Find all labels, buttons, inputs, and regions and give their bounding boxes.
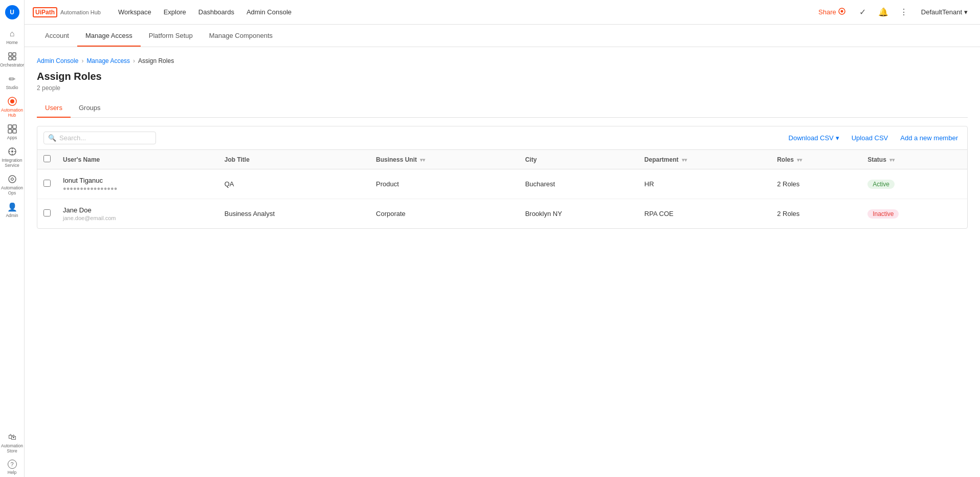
row-checkbox-cell (37, 169, 57, 199)
download-csv-button[interactable]: Download CSV ▾ (786, 132, 842, 144)
cell-user-name: Jane Doe jane.doe@email.com (57, 199, 218, 229)
subnav-tab-manage-components[interactable]: Manage Components (201, 26, 281, 47)
breadcrumb-sep-1: › (81, 57, 83, 64)
header-roles: Roles ▾▾ (771, 150, 861, 169)
inner-tab-users[interactable]: Users (37, 100, 71, 118)
sidebar-item-apps-label: Apps (7, 135, 17, 140)
sidebar-item-automation-store[interactable]: 🛍 Automation Store (0, 428, 24, 456)
sidebar-item-studio-label: Studio (6, 85, 18, 90)
search-box[interactable]: 🔍 (43, 132, 156, 144)
automation-ops-icon (7, 174, 17, 184)
share-button[interactable]: Share (814, 6, 850, 18)
nav-explore[interactable]: Explore (159, 5, 191, 19)
cell-job-title: QA (218, 169, 370, 199)
svg-point-18 (840, 10, 843, 13)
table-body: Ionut Tiganuc ●●●●●●●●●●●●●●●● QA Produc… (37, 169, 967, 229)
subnav-tab-manage-access[interactable]: Manage Access (77, 26, 141, 47)
cell-status: Active (861, 169, 967, 199)
svg-point-5 (10, 99, 14, 103)
cell-status: Inactive (861, 199, 967, 229)
studio-icon: ✏ (7, 74, 17, 84)
subnav-tab-platform-setup[interactable]: Platform Setup (141, 26, 201, 47)
add-member-button[interactable]: Add a new member (897, 132, 961, 144)
table-row: Ionut Tiganuc ●●●●●●●●●●●●●●●● QA Produc… (37, 169, 967, 199)
sidebar-item-apps[interactable]: Apps (0, 120, 24, 142)
breadcrumb-admin-console[interactable]: Admin Console (37, 57, 78, 64)
sidebar-item-orchestrator[interactable]: Orchestrator (0, 47, 24, 70)
logo-subtitle: Automation Hub (60, 9, 101, 15)
filter-roles-icon[interactable]: ▾▾ (797, 157, 802, 163)
filter-status-icon[interactable]: ▾▾ (889, 157, 895, 163)
apps-icon (7, 124, 17, 134)
inner-tab-groups[interactable]: Groups (71, 100, 109, 118)
breadcrumb-assign-roles: Assign Roles (138, 57, 174, 64)
nav-dashboards[interactable]: Dashboards (193, 5, 239, 19)
cell-city: Bucharest (519, 169, 638, 199)
topnav: UiPath Automation Hub Workspace Explore … (25, 0, 980, 25)
header-business-unit: Business Unit ▾▾ (370, 150, 519, 169)
svg-point-16 (9, 176, 16, 183)
check-icon[interactable]: ✓ (856, 5, 870, 19)
cell-roles: 2 Roles (771, 169, 861, 199)
table-container: 🔍 Download CSV ▾ Upload CSV Add a new me… (37, 126, 968, 229)
sidebar-item-home[interactable]: ⌂ Home (0, 25, 24, 47)
subnav-tab-account[interactable]: Account (37, 26, 77, 47)
breadcrumb-sep-2: › (133, 57, 135, 64)
sidebar-item-automation-hub[interactable]: Automation Hub (0, 92, 24, 120)
sidebar-item-home-label: Home (6, 40, 18, 45)
sidebar-item-help[interactable]: ? Help (0, 456, 24, 477)
automation-hub-icon (7, 96, 17, 106)
inner-tabs: Users Groups (37, 100, 968, 118)
row-checkbox-cell (37, 199, 57, 229)
table-toolbar: 🔍 Download CSV ▾ Upload CSV Add a new me… (37, 126, 967, 150)
sidebar-item-automation-ops-label: Automation Ops (0, 185, 24, 196)
cell-department: RPA COE (638, 199, 771, 229)
home-icon: ⌂ (7, 29, 17, 39)
sidebar-item-integration-service[interactable]: Integration Service (0, 142, 24, 170)
filter-department-icon[interactable]: ▾▾ (682, 157, 687, 163)
cell-department: HR (638, 169, 771, 199)
upload-csv-button[interactable]: Upload CSV (849, 132, 892, 144)
table-header-row: User's Name Job Title Business Unit ▾▾ C… (37, 150, 967, 169)
logo-area: UiPath Automation Hub (33, 7, 101, 17)
row-checkbox-1[interactable] (43, 209, 51, 216)
user-avatar[interactable]: U (5, 5, 19, 19)
sidebar-item-automation-ops[interactable]: Automation Ops (0, 170, 24, 198)
sidebar-item-admin[interactable]: 👤 Admin (0, 198, 24, 220)
status-badge: Inactive (867, 209, 899, 219)
cell-roles: 2 Roles (771, 199, 861, 229)
users-table: User's Name Job Title Business Unit ▾▾ C… (37, 150, 967, 228)
header-department: Department ▾▾ (638, 150, 771, 169)
select-all-checkbox[interactable] (43, 155, 51, 162)
svg-rect-0 (9, 53, 12, 56)
sidebar-item-studio[interactable]: ✏ Studio (0, 70, 24, 92)
tenant-label: DefaultTenant (921, 8, 962, 16)
svg-rect-9 (13, 129, 16, 133)
svg-point-11 (11, 150, 13, 153)
status-badge: Active (867, 180, 895, 189)
filter-business-unit-icon[interactable]: ▾▾ (420, 157, 425, 163)
sidebar-item-automation-store-label: Automation Store (0, 443, 24, 453)
admin-icon: 👤 (7, 202, 17, 212)
tenant-button[interactable]: DefaultTenant ▾ (917, 6, 972, 18)
more-options-icon[interactable]: ⋮ (897, 5, 911, 19)
table-row: Jane Doe jane.doe@email.com Business Ana… (37, 199, 967, 229)
sidebar-item-admin-label: Admin (6, 213, 18, 218)
nav-admin-console[interactable]: Admin Console (241, 5, 297, 19)
search-input[interactable] (59, 134, 151, 142)
breadcrumb: Admin Console › Manage Access › Assign R… (37, 57, 968, 64)
nav-workspace[interactable]: Workspace (113, 5, 157, 19)
notifications-icon[interactable]: 🔔 (876, 5, 890, 19)
breadcrumb-manage-access[interactable]: Manage Access (86, 57, 130, 64)
sidebar-item-integration-service-label: Integration Service (0, 158, 24, 168)
page-body: Admin Console › Manage Access › Assign R… (25, 47, 980, 239)
header-city: City (519, 150, 638, 169)
share-icon (838, 8, 845, 16)
page-subtitle: 2 people (37, 84, 968, 92)
sidebar-item-automation-hub-label: Automation Hub (0, 107, 24, 118)
nav-links: Workspace Explore Dashboards Admin Conso… (113, 5, 814, 19)
sidebar-item-orchestrator-label: Orchestrator (0, 62, 24, 68)
row-checkbox-0[interactable] (43, 180, 51, 187)
toolbar-right: Download CSV ▾ Upload CSV Add a new memb… (786, 132, 961, 144)
logo-box: UiPath (33, 7, 57, 17)
